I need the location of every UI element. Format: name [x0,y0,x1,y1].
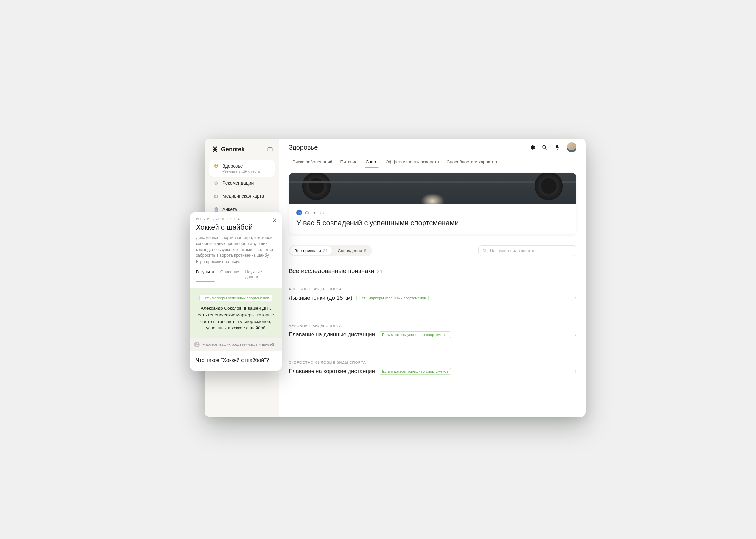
sidebar-item-label: Анкета [222,207,237,212]
trait-category: СКОРОСТНО-СИЛОВЫЕ ВИДЫ СПОРТА [289,360,576,364]
modal-tab-science[interactable]: Научные данные [245,270,276,282]
trait-name: Лыжные гонки (до 15 км) [289,295,353,301]
settings-button[interactable] [529,144,535,150]
tab-sport[interactable]: Спорт [362,156,382,168]
section-heading: Все исследованные признаки 24 [289,268,576,275]
tab-drugs[interactable]: Эффективность лекарств [382,156,443,168]
search-input-wrapper[interactable] [478,245,576,256]
clipboard-icon [213,207,219,212]
trait-category: АЭРОБНЫЕ ВИДЫ СПОРТА [289,287,576,291]
tab-nutrition[interactable]: Питание [336,156,362,168]
chevron-right-icon: › [574,331,576,338]
modal-category: ИГРЫ И ЕДИНОБОРСТВА [196,217,276,221]
heart-icon [213,163,219,169]
sidebar-item-label: Медицинская карта [222,193,264,199]
sport-search-input[interactable] [490,248,572,253]
marker-badge: Есть маркеры успешных спортсменов [379,368,451,375]
person-icon [194,342,200,347]
chevron-right-icon: › [574,368,576,375]
search-icon [482,248,487,253]
info-icon[interactable] [320,210,324,215]
svg-point-13 [196,343,198,345]
trait-detail-card: ✕ ИГРЫ И ЕДИНОБОРСТВА Хоккей с шайбой Ди… [190,212,282,371]
trait-category: АЭРОБНЫЕ ВИДЫ СПОРТА [289,324,576,328]
modal-tab-description[interactable]: Описание [220,270,239,282]
hero-title: У вас 5 совпадений с успешными спортсмен… [296,219,569,227]
layout-toggle-icon[interactable] [267,146,273,152]
hero-card: Спорт У вас 5 совпадений с успешными спо… [289,173,576,234]
close-button[interactable]: ✕ [272,217,277,224]
badge-icon [213,181,219,186]
modal-result-text: Александр Соколов, в вашей ДНК есть гене… [196,305,276,332]
relatives-label: Маркеры ваших родственников и друзей [203,343,274,346]
sidebar-item-sublabel: Результаты ДНК-теста [222,169,260,173]
filter-pills: Все признаки 24 Совпадения 5 [289,245,372,257]
brand-logo[interactable]: Genotek [211,146,245,153]
svg-point-9 [322,211,322,212]
sidebar-item-recommendations[interactable]: Рекомендации [209,177,275,190]
profile-avatar[interactable] [567,142,576,152]
marker-badge: Есть маркеры успешных спортсменов [356,295,429,301]
pill-all-traits[interactable]: Все признаки 24 [290,246,332,255]
notifications-button[interactable] [554,144,560,150]
sidebar-item-health[interactable]: Здоровье Результаты ДНК-теста [209,160,275,177]
sport-badge-icon [296,209,302,215]
sidebar-item-label: Здоровье [222,163,260,169]
pill-matches[interactable]: Совпадения 5 [333,246,371,255]
tabs: Риски заболеваний Питание Спорт Эффектив… [280,156,586,168]
modal-tab-result[interactable]: Результат [196,270,214,282]
trait-name: Плавание на длинные дистанции [289,331,375,338]
page-title: Здоровье [289,144,318,151]
trait-name: Плавание на короткие дистанции [289,368,375,375]
main-content: Здоровье Риски заболеваний Питание [280,138,586,417]
svg-point-11 [483,249,486,252]
modal-description: Динамичная спортивная игра, в которой со… [196,235,276,265]
svg-line-12 [485,251,486,252]
marker-badge: Есть маркеры успешных спортсменов [200,295,272,301]
marker-badge: Есть маркеры успешных спортсменов [379,331,451,338]
trait-row[interactable]: Плавание на длинные дистанции Есть марке… [289,331,576,338]
modal-result-block: Есть маркеры успешных спортсменов Алекса… [190,288,282,338]
brand-name: Genotek [221,146,245,153]
search-button[interactable] [542,144,548,150]
hero-image [289,173,576,204]
hero-badge-label: Спорт [305,210,317,215]
chevron-right-icon: › [574,294,576,301]
sidebar-item-label: Рекомендации [222,181,254,186]
modal-title: Хоккей с шайбой [196,223,276,232]
svg-rect-5 [215,207,217,208]
search-icon [542,144,548,150]
bell-icon [554,144,560,150]
gear-icon [529,144,535,150]
tab-risks[interactable]: Риски заболеваний [289,156,336,168]
relatives-row[interactable]: Маркеры ваших родственников и друзей [190,338,282,351]
trait-row[interactable]: Лыжные гонки (до 15 км) Есть маркеры усп… [289,294,576,301]
svg-line-7 [546,148,547,149]
dna-logo-icon [211,146,218,153]
trait-row[interactable]: Плавание на короткие дистанции Есть марк… [289,368,576,375]
tab-abilities[interactable]: Способности и характер [443,156,501,168]
medical-card-icon [213,193,219,199]
sidebar-item-medical[interactable]: Медицинская карта [209,190,275,203]
svg-rect-10 [322,212,322,213]
modal-what-heading: Что такое "Хоккей с шайбой"? [190,351,282,371]
topbar: Здоровье [280,138,586,156]
svg-point-6 [543,145,546,148]
